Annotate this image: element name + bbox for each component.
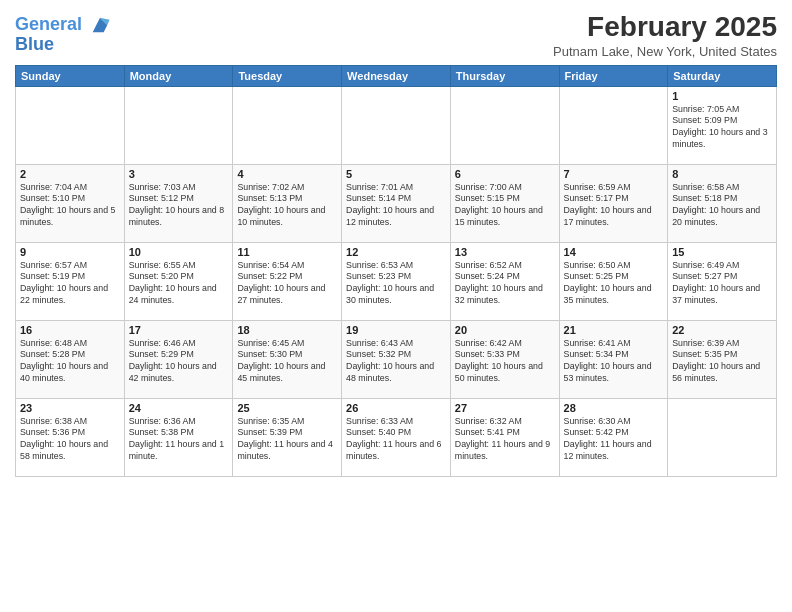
day-number: 5 bbox=[346, 168, 446, 180]
day-number: 13 bbox=[455, 246, 555, 258]
calendar-cell: 17Sunrise: 6:46 AMSunset: 5:29 PMDayligh… bbox=[124, 320, 233, 398]
day-number: 3 bbox=[129, 168, 229, 180]
day-number: 2 bbox=[20, 168, 120, 180]
calendar-cell bbox=[559, 86, 668, 164]
calendar-cell: 24Sunrise: 6:36 AMSunset: 5:38 PMDayligh… bbox=[124, 398, 233, 476]
day-info: Sunrise: 7:01 AMSunset: 5:14 PMDaylight:… bbox=[346, 182, 446, 230]
calendar-cell bbox=[124, 86, 233, 164]
day-info: Sunrise: 6:33 AMSunset: 5:40 PMDaylight:… bbox=[346, 416, 446, 464]
day-info: Sunrise: 6:32 AMSunset: 5:41 PMDaylight:… bbox=[455, 416, 555, 464]
calendar-cell: 8Sunrise: 6:58 AMSunset: 5:18 PMDaylight… bbox=[668, 164, 777, 242]
calendar-week-5: 23Sunrise: 6:38 AMSunset: 5:36 PMDayligh… bbox=[16, 398, 777, 476]
day-number: 20 bbox=[455, 324, 555, 336]
day-number: 11 bbox=[237, 246, 337, 258]
day-info: Sunrise: 7:02 AMSunset: 5:13 PMDaylight:… bbox=[237, 182, 337, 230]
day-number: 6 bbox=[455, 168, 555, 180]
weekday-header-thursday: Thursday bbox=[450, 65, 559, 86]
logo: General Blue bbox=[15, 14, 111, 55]
title-block: February 2025 Putnam Lake, New York, Uni… bbox=[553, 10, 777, 59]
day-number: 1 bbox=[672, 90, 772, 102]
day-info: Sunrise: 6:58 AMSunset: 5:18 PMDaylight:… bbox=[672, 182, 772, 230]
weekday-header-saturday: Saturday bbox=[668, 65, 777, 86]
page: General Blue February 2025 Putnam Lake, … bbox=[0, 0, 792, 612]
calendar-week-3: 9Sunrise: 6:57 AMSunset: 5:19 PMDaylight… bbox=[16, 242, 777, 320]
weekday-header-friday: Friday bbox=[559, 65, 668, 86]
subtitle: Putnam Lake, New York, United States bbox=[553, 44, 777, 59]
calendar-cell: 25Sunrise: 6:35 AMSunset: 5:39 PMDayligh… bbox=[233, 398, 342, 476]
day-number: 12 bbox=[346, 246, 446, 258]
logo-line2: Blue bbox=[15, 34, 111, 55]
day-info: Sunrise: 7:00 AMSunset: 5:15 PMDaylight:… bbox=[455, 182, 555, 230]
day-number: 4 bbox=[237, 168, 337, 180]
day-number: 25 bbox=[237, 402, 337, 414]
calendar-cell: 27Sunrise: 6:32 AMSunset: 5:41 PMDayligh… bbox=[450, 398, 559, 476]
day-number: 15 bbox=[672, 246, 772, 258]
weekday-header-monday: Monday bbox=[124, 65, 233, 86]
day-number: 18 bbox=[237, 324, 337, 336]
calendar-cell: 18Sunrise: 6:45 AMSunset: 5:30 PMDayligh… bbox=[233, 320, 342, 398]
day-number: 26 bbox=[346, 402, 446, 414]
calendar-cell: 2Sunrise: 7:04 AMSunset: 5:10 PMDaylight… bbox=[16, 164, 125, 242]
calendar-cell: 4Sunrise: 7:02 AMSunset: 5:13 PMDaylight… bbox=[233, 164, 342, 242]
calendar-cell: 11Sunrise: 6:54 AMSunset: 5:22 PMDayligh… bbox=[233, 242, 342, 320]
day-number: 17 bbox=[129, 324, 229, 336]
calendar-week-1: 1Sunrise: 7:05 AMSunset: 5:09 PMDaylight… bbox=[16, 86, 777, 164]
day-info: Sunrise: 6:52 AMSunset: 5:24 PMDaylight:… bbox=[455, 260, 555, 308]
calendar-cell: 7Sunrise: 6:59 AMSunset: 5:17 PMDaylight… bbox=[559, 164, 668, 242]
calendar-cell: 20Sunrise: 6:42 AMSunset: 5:33 PMDayligh… bbox=[450, 320, 559, 398]
day-number: 21 bbox=[564, 324, 664, 336]
weekday-header-wednesday: Wednesday bbox=[342, 65, 451, 86]
calendar-cell bbox=[668, 398, 777, 476]
day-number: 19 bbox=[346, 324, 446, 336]
day-info: Sunrise: 7:03 AMSunset: 5:12 PMDaylight:… bbox=[129, 182, 229, 230]
day-info: Sunrise: 6:57 AMSunset: 5:19 PMDaylight:… bbox=[20, 260, 120, 308]
calendar-cell bbox=[450, 86, 559, 164]
calendar-cell: 5Sunrise: 7:01 AMSunset: 5:14 PMDaylight… bbox=[342, 164, 451, 242]
day-info: Sunrise: 6:49 AMSunset: 5:27 PMDaylight:… bbox=[672, 260, 772, 308]
day-info: Sunrise: 6:59 AMSunset: 5:17 PMDaylight:… bbox=[564, 182, 664, 230]
day-info: Sunrise: 6:42 AMSunset: 5:33 PMDaylight:… bbox=[455, 338, 555, 386]
day-info: Sunrise: 7:04 AMSunset: 5:10 PMDaylight:… bbox=[20, 182, 120, 230]
weekday-header-tuesday: Tuesday bbox=[233, 65, 342, 86]
calendar-week-4: 16Sunrise: 6:48 AMSunset: 5:28 PMDayligh… bbox=[16, 320, 777, 398]
calendar-cell: 15Sunrise: 6:49 AMSunset: 5:27 PMDayligh… bbox=[668, 242, 777, 320]
day-info: Sunrise: 6:38 AMSunset: 5:36 PMDaylight:… bbox=[20, 416, 120, 464]
day-info: Sunrise: 6:54 AMSunset: 5:22 PMDaylight:… bbox=[237, 260, 337, 308]
day-info: Sunrise: 6:43 AMSunset: 5:32 PMDaylight:… bbox=[346, 338, 446, 386]
day-number: 22 bbox=[672, 324, 772, 336]
day-info: Sunrise: 6:50 AMSunset: 5:25 PMDaylight:… bbox=[564, 260, 664, 308]
calendar-cell: 1Sunrise: 7:05 AMSunset: 5:09 PMDaylight… bbox=[668, 86, 777, 164]
header: General Blue February 2025 Putnam Lake, … bbox=[15, 10, 777, 59]
calendar-cell: 28Sunrise: 6:30 AMSunset: 5:42 PMDayligh… bbox=[559, 398, 668, 476]
day-info: Sunrise: 6:30 AMSunset: 5:42 PMDaylight:… bbox=[564, 416, 664, 464]
calendar-cell: 26Sunrise: 6:33 AMSunset: 5:40 PMDayligh… bbox=[342, 398, 451, 476]
day-number: 7 bbox=[564, 168, 664, 180]
day-info: Sunrise: 6:36 AMSunset: 5:38 PMDaylight:… bbox=[129, 416, 229, 464]
calendar-cell: 21Sunrise: 6:41 AMSunset: 5:34 PMDayligh… bbox=[559, 320, 668, 398]
day-number: 24 bbox=[129, 402, 229, 414]
calendar-week-2: 2Sunrise: 7:04 AMSunset: 5:10 PMDaylight… bbox=[16, 164, 777, 242]
day-number: 23 bbox=[20, 402, 120, 414]
day-info: Sunrise: 6:48 AMSunset: 5:28 PMDaylight:… bbox=[20, 338, 120, 386]
main-title: February 2025 bbox=[553, 10, 777, 44]
calendar-body: 1Sunrise: 7:05 AMSunset: 5:09 PMDaylight… bbox=[16, 86, 777, 476]
weekday-header-sunday: Sunday bbox=[16, 65, 125, 86]
calendar-cell: 22Sunrise: 6:39 AMSunset: 5:35 PMDayligh… bbox=[668, 320, 777, 398]
calendar-cell bbox=[233, 86, 342, 164]
logo-text: General bbox=[15, 14, 111, 36]
day-number: 16 bbox=[20, 324, 120, 336]
day-info: Sunrise: 6:35 AMSunset: 5:39 PMDaylight:… bbox=[237, 416, 337, 464]
calendar-cell bbox=[16, 86, 125, 164]
calendar-cell: 23Sunrise: 6:38 AMSunset: 5:36 PMDayligh… bbox=[16, 398, 125, 476]
day-number: 9 bbox=[20, 246, 120, 258]
calendar: SundayMondayTuesdayWednesdayThursdayFrid… bbox=[15, 65, 777, 477]
weekday-header-row: SundayMondayTuesdayWednesdayThursdayFrid… bbox=[16, 65, 777, 86]
calendar-cell: 10Sunrise: 6:55 AMSunset: 5:20 PMDayligh… bbox=[124, 242, 233, 320]
calendar-cell: 6Sunrise: 7:00 AMSunset: 5:15 PMDaylight… bbox=[450, 164, 559, 242]
calendar-cell: 14Sunrise: 6:50 AMSunset: 5:25 PMDayligh… bbox=[559, 242, 668, 320]
day-info: Sunrise: 7:05 AMSunset: 5:09 PMDaylight:… bbox=[672, 104, 772, 152]
day-number: 14 bbox=[564, 246, 664, 258]
day-info: Sunrise: 6:41 AMSunset: 5:34 PMDaylight:… bbox=[564, 338, 664, 386]
calendar-cell: 13Sunrise: 6:52 AMSunset: 5:24 PMDayligh… bbox=[450, 242, 559, 320]
calendar-cell bbox=[342, 86, 451, 164]
